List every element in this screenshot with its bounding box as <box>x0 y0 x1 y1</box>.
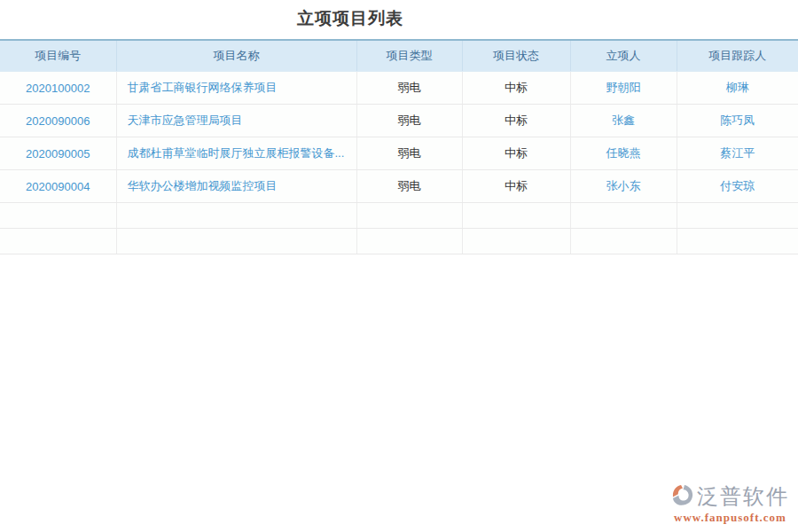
cell-status: 中标 <box>462 72 570 105</box>
column-header-status: 项目状态 <box>462 40 570 72</box>
cell-name[interactable]: 甘肃省工商银行网络保养项目 <box>116 72 356 105</box>
empty-cell <box>570 229 677 254</box>
cell-initiator[interactable]: 张鑫 <box>570 105 677 137</box>
fanpu-logo-icon <box>671 482 694 511</box>
empty-cell <box>570 203 677 229</box>
table-body: 2020100002甘肃省工商银行网络保养项目弱电中标野朝阳柳琳20200900… <box>0 72 798 254</box>
empty-cell <box>462 229 570 254</box>
cell-name[interactable]: 天津市应急管理局项目 <box>116 105 356 137</box>
table-row: 2020090004华软办公楼增加视频监控项目弱电中标张小东付安琼 <box>0 170 798 203</box>
table-header-row: 项目编号项目名称项目类型项目状态立项人项目跟踪人 <box>0 40 798 72</box>
empty-cell <box>356 203 462 229</box>
empty-table-row <box>0 203 798 229</box>
cell-status: 中标 <box>462 105 570 137</box>
column-header-initiator: 立项人 <box>570 40 677 72</box>
cell-number[interactable]: 2020090005 <box>0 137 116 170</box>
cell-tracker[interactable]: 陈巧凤 <box>677 105 798 137</box>
column-header-tracker: 项目跟踪人 <box>677 40 798 72</box>
fanpu-logo: 泛普软件 www.fanpusoft.com <box>671 482 789 525</box>
cell-name[interactable]: 华软办公楼增加视频监控项目 <box>116 170 356 203</box>
cell-tracker[interactable]: 付安琼 <box>677 170 798 203</box>
page-title: 立项项目列表 <box>0 8 700 29</box>
cell-status: 中标 <box>462 137 570 170</box>
table-row: 2020090006天津市应急管理局项目弱电中标张鑫陈巧凤 <box>0 105 798 137</box>
cell-type: 弱电 <box>356 170 462 203</box>
project-table: 项目编号项目名称项目类型项目状态立项人项目跟踪人 2020100002甘肃省工商… <box>0 39 798 254</box>
empty-cell <box>677 229 798 254</box>
table-row: 2020100002甘肃省工商银行网络保养项目弱电中标野朝阳柳琳 <box>0 72 798 105</box>
empty-cell <box>356 229 462 254</box>
cell-type: 弱电 <box>356 137 462 170</box>
fanpu-logo-text: 泛普软件 <box>697 484 789 509</box>
cell-tracker[interactable]: 蔡江平 <box>677 137 798 170</box>
empty-cell <box>677 203 798 229</box>
cell-type: 弱电 <box>356 105 462 137</box>
column-header-type: 项目类型 <box>356 40 462 72</box>
empty-cell <box>116 229 356 254</box>
empty-table-row <box>0 229 798 254</box>
cell-initiator[interactable]: 张小东 <box>570 170 677 203</box>
cell-initiator[interactable]: 野朝阳 <box>570 72 677 105</box>
cell-status: 中标 <box>462 170 570 203</box>
cell-number[interactable]: 2020090006 <box>0 105 116 137</box>
cell-initiator[interactable]: 任晓燕 <box>570 137 677 170</box>
fanpu-website-link[interactable]: www.fanpusoft.com <box>671 511 789 525</box>
column-header-name: 项目名称 <box>116 40 356 72</box>
empty-cell <box>116 203 356 229</box>
column-header-number: 项目编号 <box>0 40 116 72</box>
empty-cell <box>0 203 116 229</box>
cell-number[interactable]: 2020090004 <box>0 170 116 203</box>
empty-cell <box>462 203 570 229</box>
title-bar: 立项项目列表 <box>0 0 700 29</box>
cell-type: 弱电 <box>356 72 462 105</box>
cell-number[interactable]: 2020100002 <box>0 72 116 105</box>
table-row: 2020090005成都杜甫草堂临时展厅独立展柜报警设备...弱电中标任晓燕蔡江… <box>0 137 798 170</box>
empty-cell <box>0 229 116 254</box>
cell-tracker[interactable]: 柳琳 <box>677 72 798 105</box>
cell-name[interactable]: 成都杜甫草堂临时展厅独立展柜报警设备... <box>116 137 356 170</box>
